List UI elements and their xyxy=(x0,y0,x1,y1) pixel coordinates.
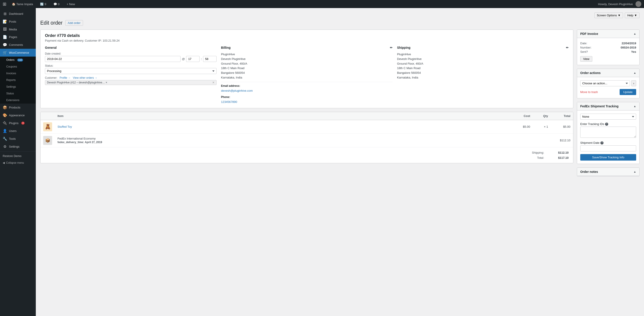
phone-label: Phone: xyxy=(221,95,392,99)
fedex-tracking-box: FedEx Shipment Tracking ▲ None Enter Tra… xyxy=(577,102,640,164)
media-icon: 🖼 xyxy=(3,27,7,31)
fedex-tracking-header[interactable]: FedEx Shipment Tracking ▲ xyxy=(577,102,639,110)
order-notes-header[interactable]: Order notes ▲ xyxy=(577,168,639,176)
order-form: Order #770 details Payment via Cash on d… xyxy=(40,30,573,167)
shipment-date-input[interactable] xyxy=(580,145,636,152)
order-details-body: Order #770 details Payment via Cash on d… xyxy=(40,30,573,108)
customer-remove-icon[interactable]: ✕ xyxy=(212,81,214,84)
shipping-total-cell: $112.10 xyxy=(551,134,573,147)
save-tracking-button[interactable]: Save/Show Tracking Info xyxy=(580,154,636,160)
sidebar-item-pages[interactable]: 📄 Pages xyxy=(0,33,36,41)
pdf-number-value: 00024-2019 xyxy=(621,46,636,49)
billing-edit-icon[interactable]: ✏ xyxy=(390,46,392,50)
comments-item[interactable]: 💬 0 xyxy=(52,0,61,8)
shipping-total-label: Shipping: xyxy=(526,151,544,154)
pdf-sent-label: Sent? xyxy=(580,50,588,54)
posts-icon: 📝 xyxy=(3,20,7,24)
move-to-trash-link[interactable]: Move to trash xyxy=(580,90,598,94)
phone-link[interactable]: 1234567890 xyxy=(221,100,237,104)
help-button[interactable]: Help ▼ xyxy=(625,12,640,18)
plugins-icon: 🔌 xyxy=(3,121,7,125)
shipping-total-row: Shipping: $112.10 xyxy=(45,150,568,155)
sidebar-item-appearance[interactable]: 🎨 Appearance xyxy=(0,111,36,119)
add-order-button[interactable]: Add order xyxy=(65,20,83,26)
time-minute-input[interactable] xyxy=(203,56,216,62)
pdf-date-row: Date: 22/04/2019 xyxy=(580,41,636,46)
fedex-tracking-body: None Enter Tracking IDs ? Shipment Date … xyxy=(577,110,639,164)
page-header: Edit order Add order xyxy=(40,20,640,26)
pdf-invoice-title: PDF Invoice xyxy=(580,32,598,36)
billing-column: Billing ✏ PluginHive Devesh PluginHive G… xyxy=(221,46,392,104)
sidebar-item-comments[interactable]: 💬 Comments xyxy=(0,41,36,49)
shipping-meta: fedex_delivery_time: April 27, 2019 xyxy=(58,141,508,144)
sidebar-item-users[interactable]: 👤 Users xyxy=(0,127,36,135)
main-content: Screen Options ▼ Help ▼ Edit order Add o… xyxy=(36,8,644,316)
new-item[interactable]: + New xyxy=(65,0,77,8)
item-total-cell: $5.00 xyxy=(551,120,573,134)
sidebar-item-posts[interactable]: 📝 Posts xyxy=(0,18,36,26)
collapse-icon: ◀ xyxy=(3,161,5,164)
sidebar-item-coupons[interactable]: Coupons xyxy=(0,63,36,70)
pdf-invoice-header[interactable]: PDF Invoice ▲ xyxy=(577,30,639,38)
sidebar-item-restore-demo[interactable]: Restore Demo xyxy=(0,152,36,160)
action-select[interactable]: Choose an action... xyxy=(580,80,630,86)
general-column: General Date created: @ : xyxy=(45,46,216,104)
updates-item[interactable]: 🔄 9 xyxy=(38,0,48,8)
right-sidebar: PDF Invoice ▲ Date: 22/04/2019 Number: 0… xyxy=(577,30,640,180)
item-name-link[interactable]: Stuffed Toy xyxy=(58,125,72,128)
sidebar-item-dashboard[interactable]: ⊞ Dashboard xyxy=(0,10,36,18)
at-symbol: @ xyxy=(182,57,185,60)
shipping-name-cell: FedEx International Economy fedex_delive… xyxy=(55,134,510,147)
tracking-ids-textarea[interactable] xyxy=(580,126,636,138)
fedex-select-row: None xyxy=(580,114,636,120)
wp-logo-icon[interactable]: ⊞ xyxy=(3,1,6,7)
sidebar-item-tools[interactable]: 🔧 Tools xyxy=(0,135,36,143)
sidebar-item-media[interactable]: 🖼 Media xyxy=(0,26,36,33)
sidebar-item-extensions[interactable]: Extensions xyxy=(0,97,36,104)
fedex-service-select[interactable]: None xyxy=(580,114,636,120)
sidebar-item-invoices[interactable]: Invoices xyxy=(0,70,36,77)
shipping-edit-icon[interactable]: ✏ xyxy=(566,46,568,50)
sidebar-item-orders[interactable]: Orders 110 xyxy=(0,56,36,63)
screen-options-button[interactable]: Screen Options ▼ xyxy=(594,12,623,18)
col-thumb xyxy=(40,112,55,120)
action-go-button[interactable]: › xyxy=(631,80,636,86)
customer-label: Customer: Profile → View other orders → xyxy=(45,76,216,80)
order-actions-header[interactable]: Order actions ▲ xyxy=(577,69,639,77)
sidebar-item-woocommerce[interactable]: 🛒 WooCommerce xyxy=(0,49,36,56)
view-orders-link[interactable]: View other orders → xyxy=(73,76,97,80)
pdf-view-button[interactable]: View xyxy=(580,56,592,62)
sidebar-item-products[interactable]: 📦 Products xyxy=(0,104,36,111)
sidebar-item-woo-settings[interactable]: Settings xyxy=(0,84,36,90)
date-label: Date created: xyxy=(45,52,216,55)
avatar xyxy=(636,1,641,7)
tracking-ids-help-icon[interactable]: ? xyxy=(605,122,608,126)
collapse-menu-btn[interactable]: ◀ Collapse menu xyxy=(0,160,36,166)
email-link[interactable]: devesh@pluginhive.com xyxy=(221,89,253,92)
profile-link[interactable]: Profile → xyxy=(60,76,70,80)
order-total-label: Total: xyxy=(526,156,544,160)
totals-section: Shipping: $112.10 Total: $117.10 xyxy=(40,148,573,163)
shipping-total-value: $112.10 xyxy=(553,151,568,154)
shipment-date-help-icon[interactable]: ? xyxy=(600,141,604,144)
date-field-row: Date created: @ : xyxy=(45,52,216,62)
page-title: Edit order xyxy=(40,20,63,26)
date-input-row: @ : xyxy=(45,56,216,62)
plugins-badge: 3 xyxy=(21,122,25,124)
items-tbody: 🧸 Stuffed Toy $5.00 × 1 $5.00 xyxy=(40,120,573,147)
date-input[interactable] xyxy=(45,56,180,62)
comments-sidebar-icon: 💬 xyxy=(3,43,7,47)
order-total-row: Total: $117.10 xyxy=(45,155,568,160)
update-button[interactable]: Update xyxy=(620,89,636,95)
status-select[interactable]: Processing Pending payment On hold Compl… xyxy=(45,68,216,74)
sidebar-item-status[interactable]: Status xyxy=(0,90,36,97)
order-actions-body: Choose an action... › Move to trash Upda… xyxy=(577,77,639,98)
sidebar-item-reports[interactable]: Reports xyxy=(0,77,36,84)
item-qty-cell: × 1 xyxy=(533,120,551,134)
sidebar-item-plugins[interactable]: 🔌 Plugins 3 xyxy=(0,119,36,127)
shipping-info: PluginHive Devesh PluginHive Ground Floo… xyxy=(397,52,568,80)
tracking-ids-label: Enter Tracking IDs ? xyxy=(580,122,636,126)
site-name[interactable]: 🏠 Tame Impala xyxy=(10,0,35,8)
sidebar-item-settings[interactable]: ⚙ Settings xyxy=(0,143,36,150)
time-hour-input[interactable] xyxy=(186,56,200,62)
